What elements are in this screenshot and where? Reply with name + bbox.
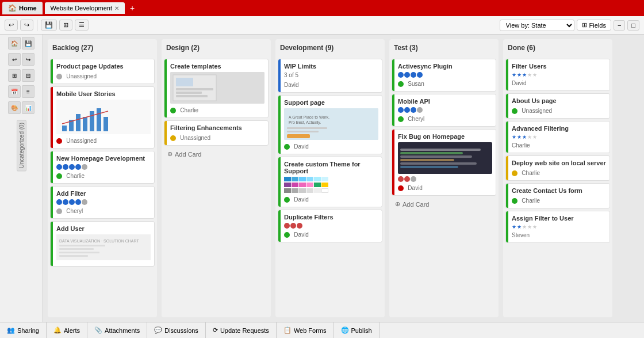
website-tab[interactable]: Website Development ✕ xyxy=(45,2,125,14)
card-advanced-filtering[interactable]: Advanced Filtering ★★★★★ Charlie xyxy=(505,121,610,153)
save-button[interactable]: 💾 xyxy=(41,20,57,31)
tab-discussions[interactable]: 💬 Discussions xyxy=(147,322,206,338)
svg-text:Pro Best, Actually.: Pro Best, Actually. xyxy=(289,120,321,125)
card-filtering-enhancements[interactable]: Filtering Enhancements Unassigned xyxy=(164,120,269,146)
svg-rect-1 xyxy=(62,126,67,131)
card-title: Assign Filter to User xyxy=(512,215,606,222)
status-dot xyxy=(56,74,62,79)
avatars xyxy=(398,72,492,78)
sidebar-icon-paint[interactable]: 🎨 xyxy=(8,101,21,114)
update-requests-icon: ⟳ xyxy=(213,326,218,334)
card-title: Support page xyxy=(284,99,378,106)
collapse-button[interactable]: − xyxy=(614,20,625,31)
card-create-templates[interactable]: Create templates xyxy=(164,59,269,118)
tab-attachments[interactable]: 📎 Attachments xyxy=(87,322,147,338)
card-add-filter[interactable]: Add Filter Cheryl xyxy=(50,186,155,219)
avatars xyxy=(398,107,492,113)
card-title: Mobile API xyxy=(398,98,492,105)
svg-rect-7 xyxy=(103,117,108,131)
tab-close-icon[interactable]: ✕ xyxy=(114,5,119,12)
sidebar-icon-home[interactable]: 🏠 xyxy=(8,37,21,50)
column-test: Test (3) Activesync Plugin xyxy=(389,39,499,317)
add-card-test[interactable]: ⊕ Add Card xyxy=(392,198,496,210)
card-assignee: Unassigned xyxy=(180,135,210,141)
column-body-development: WIP Limits 3 of 5 David Support page xyxy=(275,56,385,317)
update-requests-label: Update Requests xyxy=(220,327,269,334)
alerts-icon: 🔔 xyxy=(53,326,62,334)
card-mobile-user[interactable]: Mobile User Stories xyxy=(50,86,155,149)
card-title: About Us page xyxy=(512,97,606,104)
publish-icon: 🌐 xyxy=(341,326,349,334)
sidebar-icon-undo[interactable]: ↩ xyxy=(8,53,21,66)
tab-label: Website Development xyxy=(51,5,112,12)
web-forms-icon: 📋 xyxy=(283,326,292,334)
sidebar-icon-save[interactable]: 💾 xyxy=(22,37,34,50)
card-title: Add User xyxy=(56,225,151,232)
fields-button[interactable]: ⊞ Fields xyxy=(577,20,611,31)
avatars xyxy=(284,223,378,229)
discussions-label: Discussions xyxy=(164,327,198,334)
web-forms-label: Web Forms xyxy=(294,327,327,334)
status-dot xyxy=(284,144,290,150)
sidebar-icon-table[interactable]: ⊟ xyxy=(22,69,34,82)
avatars xyxy=(398,176,492,182)
bottom-bar: 👥 Sharing 🔔 Alerts 📎 Attachments 💬 Discu… xyxy=(0,322,644,338)
code-snippet xyxy=(398,142,492,174)
toolbar-divider xyxy=(37,20,37,31)
expand-button[interactable]: □ xyxy=(627,20,639,31)
tab-sharing[interactable]: 👥 Sharing xyxy=(0,322,47,338)
card-mobile-api[interactable]: Mobile API Cheryl xyxy=(392,94,496,127)
list-view-button[interactable]: ☰ xyxy=(75,20,89,31)
svg-rect-26 xyxy=(287,134,310,138)
card-support-page[interactable]: Support page A Great Place to Work, Pro … xyxy=(278,95,382,154)
card-wip-limits[interactable]: WIP Limits 3 of 5 David xyxy=(278,59,382,93)
undo-button[interactable]: ↩ xyxy=(5,20,18,31)
card-filter-users[interactable]: Filter Users ★★★★★ David xyxy=(505,59,610,91)
attachments-label: Attachments xyxy=(105,327,140,334)
status-dot xyxy=(56,208,62,214)
card-assignee: David xyxy=(408,185,423,191)
redo-button[interactable]: ↪ xyxy=(20,20,33,31)
tab-alerts[interactable]: 🔔 Alerts xyxy=(47,322,87,338)
card-contact-us[interactable]: Create Contact Us form Charlie xyxy=(505,183,610,208)
card-activesync[interactable]: Activesync Plugin Susan xyxy=(392,59,496,92)
left-sidebar: 🏠 💾 ↩ ↪ ⊞ ⊟ 📅 ≡ 🎨 📊 Uncategorized (0) xyxy=(0,35,43,322)
app-container: 🏠 Home Website Development ✕ + ↩ ↪ 💾 ⊞ ☰… xyxy=(0,0,644,338)
tab-publish[interactable]: 🌐 Publish xyxy=(334,322,379,338)
card-product-page[interactable]: Product page Updates Unassigned xyxy=(50,59,155,84)
card-about-us[interactable]: About Us page Unassigned xyxy=(505,93,610,119)
card-fix-bug[interactable]: Fix Bug on Homepage xyxy=(392,129,496,196)
view-by-select[interactable]: View by: State xyxy=(500,20,574,31)
tab-web-forms[interactable]: 📋 Web Forms xyxy=(277,322,334,338)
tab-update-requests[interactable]: ⟳ Update Requests xyxy=(206,322,277,338)
card-assignee: Cheryl xyxy=(66,208,83,214)
column-header-backlog: Backlog (27) xyxy=(48,39,157,56)
sidebar-icon-redo[interactable]: ↪ xyxy=(22,53,34,66)
sidebar-icon-calendar[interactable]: 📅 xyxy=(8,85,21,98)
avatars xyxy=(56,199,151,205)
card-custom-theme[interactable]: Create custom Theme for Support xyxy=(278,157,382,207)
mini-chart xyxy=(56,100,151,134)
card-assign-filter[interactable]: Assign Filter to User ★★★★★ Steven xyxy=(505,211,610,243)
sidebar-icon-grid[interactable]: ⊞ xyxy=(8,69,21,82)
card-add-user[interactable]: Add User DATA VISUALIZATION · SOLUTION C… xyxy=(50,221,155,267)
alerts-label: Alerts xyxy=(64,327,80,334)
column-header-done: Done (6) xyxy=(503,39,612,56)
svg-rect-20 xyxy=(176,95,208,97)
svg-rect-19 xyxy=(176,92,202,94)
sidebar-icon-chart[interactable]: 📊 xyxy=(22,101,34,114)
card-deploy-website[interactable]: Deploy web site on local server Charlie xyxy=(505,155,610,181)
sidebar-icon-list[interactable]: ≡ xyxy=(22,85,34,98)
column-header-development: Development (9) xyxy=(275,39,385,56)
card-assignee: David xyxy=(294,196,309,203)
svg-text:DATA VISUALIZATION · SOLUTION : DATA VISUALIZATION · SOLUTION CHART xyxy=(59,239,139,243)
card-assignee: Steven xyxy=(512,232,530,238)
status-dot xyxy=(170,135,176,141)
add-card-design[interactable]: ⊕ Add Card xyxy=(164,148,269,160)
new-tab-button[interactable]: + xyxy=(127,3,137,13)
grid-view-button[interactable]: ⊞ xyxy=(59,20,72,31)
card-duplicate-filters[interactable]: Duplicate Filters David xyxy=(278,210,382,242)
card-new-homepage[interactable]: New Homepage Development Charlie xyxy=(50,151,155,184)
dataviz-placeholder: DATA VISUALIZATION · SOLUTION CHART xyxy=(56,234,151,260)
home-tab[interactable]: 🏠 Home xyxy=(2,2,43,14)
